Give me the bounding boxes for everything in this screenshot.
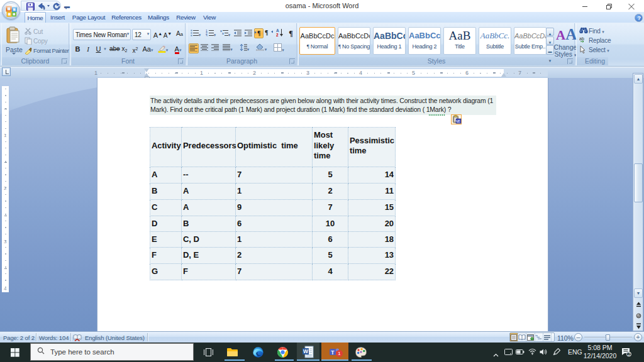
svg-text:a: a	[222, 31, 224, 35]
svg-text:W: W	[303, 348, 309, 354]
svg-text:T: T	[331, 349, 335, 356]
svg-text:2: 2	[628, 351, 630, 357]
svg-text:2: 2	[276, 33, 279, 36]
svg-text:3: 3	[206, 34, 208, 37]
svg-text:¶: ¶	[257, 30, 260, 36]
svg-text:ab: ab	[579, 36, 584, 41]
svg-text:A: A	[276, 28, 279, 33]
svg-text:¶: ¶	[265, 29, 268, 36]
